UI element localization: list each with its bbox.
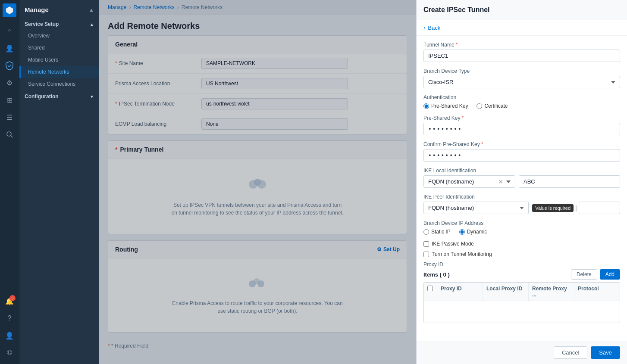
primary-tunnel-section: * Primary Tunnel Set up IPSec VPN tunnel… [108,140,407,234]
site-name-value: SAMPLE-NETWORK [201,58,400,69]
auth-psk-label: Pre-Shared Key [431,103,468,109]
branch-device-group: Branch Device Type Cisco-ISR Juniper Pal… [423,68,620,88]
ecmp-display: None [201,118,348,130]
cancel-button[interactable]: Cancel [554,346,587,359]
shield-nav-icon[interactable] [2,58,17,73]
routing-header: Routing ⚙ Set Up [108,241,407,258]
auth-cert-label: Certificate [484,103,508,109]
tunnel-monitoring-option[interactable]: Turn on Tunnel Monitoring [423,251,620,257]
psk-input[interactable] [423,123,620,135]
ike-local-select-wrap: FQDN (hostname) IP Address User FQDN Key… [423,175,515,188]
branch-device-select[interactable]: Cisco-ISR Juniper Palo Alto Generic [423,76,620,88]
proxy-col-remote: Remote Proxy ... [528,283,574,301]
dynamic-ip-option[interactable]: Dynamic [459,229,487,235]
static-ip-label: Static IP [431,229,451,235]
sidebar-bottom: 🔔 5 ? 👤 © [2,293,17,364]
ike-peer-value-input[interactable] [579,202,620,214]
proxy-col-id: Proxy ID [437,283,483,301]
search-nav-icon[interactable] [2,127,17,142]
ike-local-value-input[interactable] [519,175,620,188]
proxy-delete-button[interactable]: Delete [571,269,597,280]
auth-radio-group: Pre-Shared Key Certificate [423,103,620,109]
site-name-label: * Site Name [115,60,201,66]
sidebar-item-remote-networks[interactable]: Remote Networks [19,66,99,78]
service-setup-section[interactable]: Service Setup ▲ [19,18,99,30]
tunnel-monitoring-label: Turn on Tunnel Monitoring [432,251,492,257]
ike-passive-option[interactable]: IKE Passive Mode [423,241,620,247]
proxy-col-local: Local Proxy ID [483,283,528,301]
ike-peer-select-wrap: FQDN (hostname) IP Address User FQDN Key… [423,202,529,214]
ipsec-panel: Create IPSec Tunnel ‹ Back Tunnel Name *… [416,0,627,364]
nav-toggle[interactable]: ▲ [89,7,94,13]
ike-peer-label: IKE Peer Identification [423,194,620,200]
auth-psk-option[interactable]: Pre-Shared Key [423,103,468,109]
save-button[interactable]: Save [591,346,620,359]
dynamic-ip-radio[interactable] [459,229,465,235]
nav-panel: Manage ▲ Service Setup ▲ Overview Shared… [19,0,99,364]
bell-nav-icon[interactable]: 🔔 5 [2,293,17,309]
auth-cert-option[interactable]: Certificate [477,103,508,109]
confirm-psk-input[interactable] [423,149,620,162]
ike-peer-type-select[interactable]: FQDN (hostname) IP Address User FQDN Key… [423,202,529,214]
primary-tunnel-title: Primary Tunnel [120,146,163,153]
breadcrumb-remote-networks-1[interactable]: Remote Networks [133,4,174,10]
setup-label: Set Up [383,246,400,252]
sidebar-item-mobile-users[interactable]: Mobile Users [19,54,99,66]
branch-ip-label: Branch Device IP Address [423,220,620,226]
copyright-nav-icon: © [2,345,17,361]
breadcrumb-manage[interactable]: Manage [108,4,126,10]
home-nav-icon[interactable]: ⌂ [2,23,17,39]
confirm-psk-group: Confirm Pre-Shared Key * [423,141,620,162]
proxy-table-header: Proxy ID Local Proxy ID Remote Proxy ...… [424,283,620,301]
routing-empty-icon [246,276,270,295]
service-setup-label: Service Setup [25,21,59,27]
user-nav-icon[interactable]: 👤 [2,40,17,56]
sidebar-item-overview[interactable]: Overview [19,30,99,42]
ike-passive-checkbox[interactable] [423,241,429,247]
ike-passive-label: IKE Passive Mode [432,241,474,247]
ipsec-node-row: * IPSec Termination Node us-northwest-vi… [108,94,407,114]
configuration-label: Configuration [25,93,59,100]
proxy-add-button[interactable]: Add [600,269,620,280]
ecmp-value: None [201,118,400,130]
ike-local-clear-icon[interactable]: ✕ [498,178,503,185]
ike-local-group: IKE Local Identification FQDN (hostname)… [423,168,620,188]
static-ip-option[interactable]: Static IP [423,229,451,235]
back-button[interactable]: ‹ Back [417,20,627,36]
notification-badge: 5 [9,295,16,301]
panel-title: Create IPSec Tunnel [423,6,490,13]
person-nav-icon[interactable]: 👤 [2,328,17,343]
gear-nav-icon[interactable]: ⚙ [2,75,17,90]
static-ip-radio[interactable] [423,229,429,235]
grid-nav-icon[interactable]: ⊞ [2,92,17,108]
ecmp-label: ECMP Load balancing [115,121,201,127]
sidebar-item-service-connections[interactable]: Service Connections [19,78,99,90]
ipsec-node-label: * IPSec Termination Node [115,101,201,107]
proxy-actions: Delete Add [571,269,620,280]
auth-cert-radio[interactable] [477,103,482,109]
app-logo [3,3,16,17]
tunnel-name-input[interactable] [423,50,620,62]
configuration-section[interactable]: Configuration ▼ [19,90,99,102]
branch-device-label: Branch Device Type [423,68,620,74]
auth-label: Authentication [423,94,620,100]
service-setup-arrow: ▲ [90,22,94,27]
tunnel-monitoring-checkbox[interactable] [423,252,429,257]
main-content: Manage › Remote Networks › Remote Networ… [99,0,416,364]
ike-local-row: FQDN (hostname) IP Address User FQDN Key… [423,175,620,188]
proxy-select-all[interactable] [427,286,433,291]
general-section: General * Site Name SAMPLE-NETWORK Prism… [108,35,407,134]
help-nav-icon[interactable]: ? [2,311,17,326]
routing-empty-text: Enable Prisma Access to route traffic to… [171,299,344,315]
breadcrumb: Manage › Remote Networks › Remote Networ… [99,0,416,15]
peer-tooltip: Value is required [532,204,574,212]
branch-ip-radio-group: Static IP Dynamic [423,229,620,235]
primary-tunnel-header: * Primary Tunnel [108,141,407,159]
psk-group: Pre-Shared Key * [423,115,620,135]
prisma-location-display: US Northwest [201,78,348,89]
routing-setup-link[interactable]: ⚙ Set Up [377,246,400,252]
ike-peer-group: IKE Peer Identification FQDN (hostname) … [423,194,620,214]
sidebar-item-shared[interactable]: Shared [19,42,99,54]
auth-psk-radio[interactable] [423,103,429,109]
list-nav-icon[interactable]: ☰ [2,109,17,125]
